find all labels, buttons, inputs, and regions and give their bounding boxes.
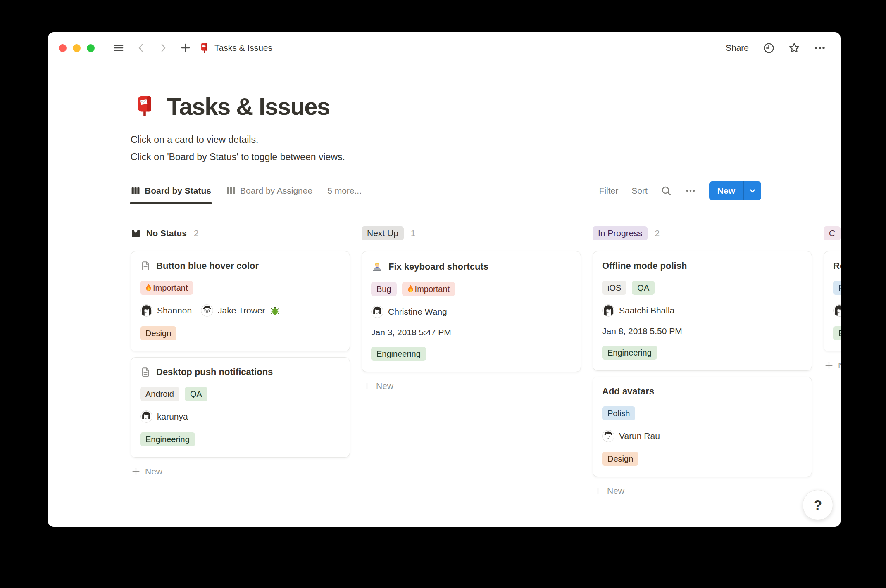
- card-title: Button blue hover color: [156, 261, 259, 271]
- avatar: [602, 304, 614, 317]
- card-tags-row: Engineering: [602, 346, 803, 360]
- view-options-button[interactable]: [682, 183, 699, 199]
- add-card-label: New: [145, 467, 162, 477]
- column-title: No Status: [131, 228, 187, 239]
- traffic-lights: [59, 44, 95, 52]
- card-tags-row: P: [833, 281, 841, 295]
- tab-board-by-status[interactable]: Board by Status: [131, 178, 211, 204]
- card-tags-row: Important: [140, 281, 341, 295]
- add-card-button[interactable]: New: [593, 483, 812, 499]
- tag-engineering: Engineering: [371, 347, 426, 361]
- card-tags-row: E: [833, 326, 841, 340]
- card-title: Fix keyboard shortcuts: [388, 261, 488, 272]
- card-tags-row: Engineering: [140, 432, 341, 446]
- person-name: Jake Trower: [218, 306, 265, 315]
- card-title: Offline mode polish: [602, 261, 687, 271]
- search-icon: [661, 185, 672, 197]
- tag-label: Engineering: [607, 349, 652, 357]
- column-header-no-status[interactable]: No Status2: [131, 225, 350, 242]
- board-column-in-progress: In Progress2Offline mode polishiOSQASaat…: [593, 225, 812, 499]
- new-entry-button[interactable]: New: [709, 181, 743, 200]
- person-shannon: Shannon: [140, 304, 192, 317]
- favorite-button[interactable]: [784, 39, 804, 57]
- plus-icon: [593, 486, 603, 496]
- board-card-add-avatars[interactable]: Add avatarsPolishVarun RauDesign: [593, 377, 812, 477]
- column-header-c[interactable]: C: [824, 225, 841, 242]
- page-icon-postbox[interactable]: [133, 95, 156, 118]
- window-titlebar: Tasks & Issues Share: [48, 32, 841, 64]
- tag-important: Important: [402, 282, 455, 296]
- avatar: [602, 430, 614, 442]
- share-button[interactable]: Share: [722, 40, 753, 55]
- person-saatchi-bhalla: Saatchi Bhalla: [602, 304, 674, 317]
- tag-label: QA: [190, 390, 202, 398]
- minimize-window-button[interactable]: [73, 44, 81, 52]
- card-date: Jan 3, 2018 5:47 PM: [371, 327, 572, 337]
- board-card-desktop-push-notifications[interactable]: Desktop push notificationsAndroidQAkarun…: [131, 357, 350, 458]
- board-column-next-up: Next Up1Fix keyboard shortcutsBugImporta…: [362, 225, 581, 394]
- tab-board-by-assignee[interactable]: Board by Assignee: [226, 178, 312, 204]
- column-label: No Status: [146, 228, 187, 238]
- card-tags-row: Engineering: [371, 347, 572, 361]
- tag-e: E: [833, 326, 841, 340]
- tag-label: P: [838, 284, 841, 292]
- person-name: Shannon: [157, 306, 192, 315]
- chevron-down-icon: [749, 187, 756, 194]
- board-card-re[interactable]: RePE: [824, 251, 841, 351]
- add-card-button[interactable]: New: [824, 357, 841, 374]
- breadcrumb[interactable]: Tasks & Issues: [199, 43, 272, 54]
- card-tags-row: Design: [602, 452, 803, 466]
- tag-label: Design: [145, 329, 171, 337]
- help-button[interactable]: ?: [803, 490, 833, 520]
- person-item: [833, 304, 841, 317]
- card-people-row: [833, 304, 841, 317]
- card-title: Desktop push notifications: [156, 367, 273, 377]
- new-tab-button[interactable]: [176, 39, 195, 57]
- nav-forward-button[interactable]: [153, 39, 173, 57]
- board-card-offline-mode-polish[interactable]: Offline mode polishiOSQASaatchi BhallaJa…: [593, 251, 812, 371]
- new-entry-dropdown-button[interactable]: [743, 181, 761, 200]
- new-entry-split-button: New: [709, 181, 761, 200]
- tag-important: Important: [140, 281, 193, 295]
- card-tags-row: iOSQA: [602, 281, 803, 295]
- column-card-count: 2: [655, 228, 660, 238]
- add-card-button[interactable]: New: [362, 378, 581, 394]
- column-card-count: 2: [194, 228, 199, 238]
- person-name: Saatchi Bhalla: [619, 306, 674, 315]
- sidebar-toggle-button[interactable]: [109, 39, 129, 57]
- close-window-button[interactable]: [59, 44, 67, 52]
- page-description-line-2[interactable]: Click on 'Board by Status' to toggle bet…: [131, 148, 841, 166]
- board-card-fix-keyboard-shortcuts[interactable]: Fix keyboard shortcutsBugImportantChrist…: [362, 251, 581, 372]
- sort-button[interactable]: Sort: [628, 183, 651, 198]
- ellipsis-icon: [814, 42, 826, 54]
- column-status-badge: In Progress: [593, 226, 648, 240]
- card-title-row: Offline mode polish: [602, 261, 803, 271]
- board-card-button-blue-hover-color[interactable]: Button blue hover colorImportantShannonJ…: [131, 251, 350, 351]
- person-christine-wang: Christine Wang: [371, 306, 447, 318]
- page-title[interactable]: Tasks & Issues: [167, 92, 330, 120]
- more-options-button[interactable]: [810, 39, 830, 57]
- more-views-button[interactable]: 5 more...: [327, 186, 362, 196]
- card-tags-row: AndroidQA: [140, 387, 341, 401]
- ellipsis-icon: [685, 185, 696, 196]
- plus-icon: [131, 467, 141, 476]
- column-header-in-progress[interactable]: In Progress2: [593, 225, 812, 242]
- zoom-window-button[interactable]: [87, 44, 95, 52]
- page-description-line-1[interactable]: Click on a card to view details.: [131, 131, 841, 148]
- add-card-button[interactable]: New: [131, 463, 350, 480]
- avatar: [371, 306, 383, 318]
- card-tags-row: Design: [140, 326, 341, 340]
- person-varun-rau: Varun Rau: [602, 430, 660, 442]
- updates-button[interactable]: [759, 39, 779, 57]
- avatar: [201, 304, 213, 317]
- column-header-next-up[interactable]: Next Up1: [362, 225, 581, 242]
- filter-button[interactable]: Filter: [596, 183, 622, 198]
- tag-label: QA: [637, 284, 649, 292]
- tag-label: Bug: [376, 285, 391, 293]
- card-title: Add avatars: [602, 386, 654, 397]
- beetle-icon: [270, 306, 280, 315]
- technologist-icon: [371, 261, 383, 273]
- plus-icon: [362, 382, 372, 391]
- nav-back-button[interactable]: [131, 39, 151, 57]
- search-button[interactable]: [657, 183, 675, 199]
